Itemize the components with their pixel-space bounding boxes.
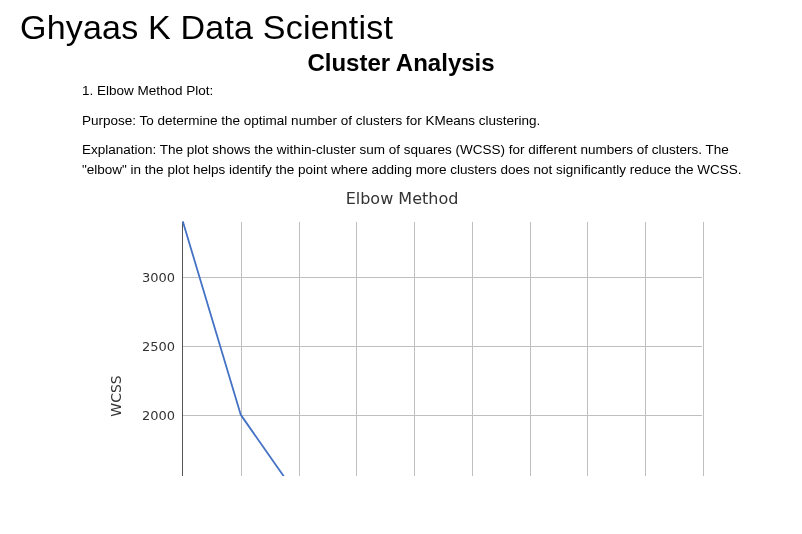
chart-title: Elbow Method [82, 189, 722, 208]
chart-line [183, 222, 702, 476]
explanation-text: Explanation: The plot shows the within-c… [82, 140, 742, 179]
y-tick-3000: 3000 [142, 270, 183, 285]
page-subtitle: Cluster Analysis [20, 49, 782, 77]
section-heading: 1. Elbow Method Plot: [82, 81, 742, 101]
plot-area: 3000 2500 2000 1500 1000 [182, 222, 702, 476]
page-title: Ghyaas K Data Scientist [20, 8, 782, 47]
purpose-text: Purpose: To determine the optimal number… [82, 111, 742, 131]
elbow-chart: Elbow Method WCSS 3000 2500 2000 1500 10… [82, 189, 722, 476]
body-text: 1. Elbow Method Plot: Purpose: To determ… [82, 81, 742, 179]
y-axis-label: WCSS [108, 376, 124, 417]
chart-plot: WCSS 3000 2500 2000 1500 1000 [82, 216, 722, 476]
grid-v [703, 222, 704, 476]
y-tick-2000: 2000 [142, 408, 183, 423]
y-tick-2500: 2500 [142, 339, 183, 354]
